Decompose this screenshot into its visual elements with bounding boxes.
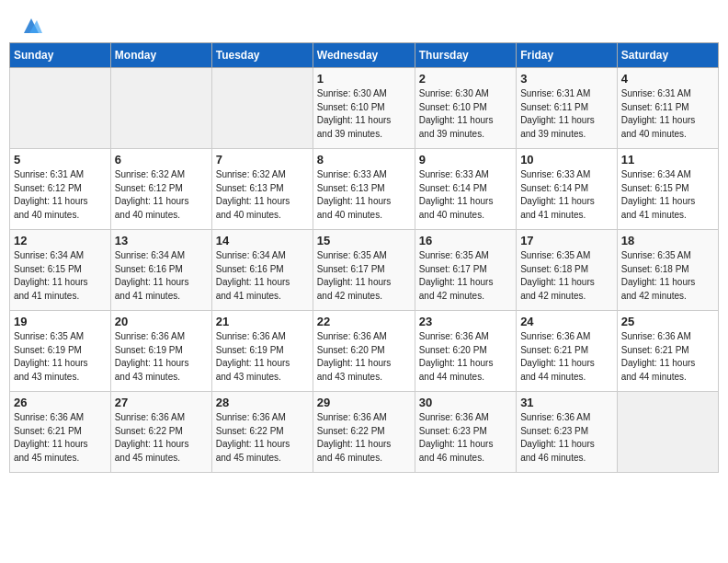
- day-number: 9: [419, 153, 512, 167]
- day-number: 25: [621, 315, 714, 328]
- calendar-cell: 30Sunrise: 6:36 AM Sunset: 6:23 PM Dayli…: [415, 392, 516, 473]
- calendar-cell: 21Sunrise: 6:36 AM Sunset: 6:19 PM Dayli…: [211, 311, 313, 392]
- week-row-4: 19Sunrise: 6:35 AM Sunset: 6:19 PM Dayli…: [10, 311, 719, 392]
- calendar-cell: 26Sunrise: 6:36 AM Sunset: 6:21 PM Dayli…: [10, 392, 111, 473]
- calendar-table: SundayMondayTuesdayWednesdayThursdayFrid…: [9, 42, 719, 473]
- day-detail: Sunrise: 6:36 AM Sunset: 6:22 PM Dayligh…: [216, 411, 309, 465]
- day-number: 2: [419, 72, 512, 86]
- day-detail: Sunrise: 6:35 AM Sunset: 6:17 PM Dayligh…: [317, 249, 411, 303]
- weekday-header-tuesday: Tuesday: [211, 43, 313, 68]
- day-number: 29: [317, 396, 411, 409]
- weekday-header-monday: Monday: [110, 43, 211, 68]
- calendar-cell: 15Sunrise: 6:35 AM Sunset: 6:17 PM Dayli…: [313, 230, 415, 311]
- day-number: 13: [115, 234, 208, 247]
- day-number: 7: [216, 153, 309, 167]
- day-detail: Sunrise: 6:36 AM Sunset: 6:23 PM Dayligh…: [419, 411, 512, 465]
- day-detail: Sunrise: 6:31 AM Sunset: 6:11 PM Dayligh…: [520, 87, 613, 141]
- calendar-cell: 19Sunrise: 6:35 AM Sunset: 6:19 PM Dayli…: [10, 311, 111, 392]
- day-detail: Sunrise: 6:30 AM Sunset: 6:10 PM Dayligh…: [317, 87, 411, 141]
- day-detail: Sunrise: 6:35 AM Sunset: 6:18 PM Dayligh…: [520, 249, 613, 303]
- calendar-cell: 23Sunrise: 6:36 AM Sunset: 6:20 PM Dayli…: [415, 311, 516, 392]
- calendar-cell: 28Sunrise: 6:36 AM Sunset: 6:22 PM Dayli…: [211, 392, 313, 473]
- weekday-header-thursday: Thursday: [415, 43, 516, 68]
- weekday-header-saturday: Saturday: [617, 43, 718, 68]
- week-row-5: 26Sunrise: 6:36 AM Sunset: 6:21 PM Dayli…: [10, 392, 719, 473]
- calendar-cell: 29Sunrise: 6:36 AM Sunset: 6:22 PM Dayli…: [313, 392, 415, 473]
- day-detail: Sunrise: 6:33 AM Sunset: 6:14 PM Dayligh…: [520, 168, 613, 222]
- day-number: 16: [419, 234, 512, 247]
- day-number: 14: [216, 234, 309, 247]
- day-detail: Sunrise: 6:36 AM Sunset: 6:22 PM Dayligh…: [317, 411, 411, 465]
- day-detail: Sunrise: 6:31 AM Sunset: 6:12 PM Dayligh…: [14, 168, 107, 222]
- calendar-cell: 7Sunrise: 6:32 AM Sunset: 6:13 PM Daylig…: [211, 149, 313, 230]
- day-detail: Sunrise: 6:35 AM Sunset: 6:19 PM Dayligh…: [14, 330, 107, 384]
- day-number: 28: [216, 396, 309, 409]
- calendar-cell: 6Sunrise: 6:32 AM Sunset: 6:12 PM Daylig…: [110, 149, 211, 230]
- calendar-cell: 24Sunrise: 6:36 AM Sunset: 6:21 PM Dayli…: [517, 311, 618, 392]
- calendar-cell: [10, 68, 111, 149]
- day-number: 12: [14, 234, 107, 247]
- day-detail: Sunrise: 6:31 AM Sunset: 6:11 PM Dayligh…: [621, 87, 714, 141]
- calendar-cell: 8Sunrise: 6:33 AM Sunset: 6:13 PM Daylig…: [313, 149, 415, 230]
- day-detail: Sunrise: 6:36 AM Sunset: 6:21 PM Dayligh…: [621, 330, 714, 384]
- day-detail: Sunrise: 6:32 AM Sunset: 6:12 PM Dayligh…: [115, 168, 208, 222]
- day-detail: Sunrise: 6:34 AM Sunset: 6:16 PM Dayligh…: [216, 249, 309, 303]
- calendar-cell: 13Sunrise: 6:34 AM Sunset: 6:16 PM Dayli…: [110, 230, 211, 311]
- day-detail: Sunrise: 6:35 AM Sunset: 6:17 PM Dayligh…: [419, 249, 512, 303]
- day-number: 17: [520, 234, 613, 247]
- day-number: 23: [419, 315, 512, 328]
- weekday-header-row: SundayMondayTuesdayWednesdayThursdayFrid…: [10, 43, 719, 68]
- week-row-2: 5Sunrise: 6:31 AM Sunset: 6:12 PM Daylig…: [10, 149, 719, 230]
- day-detail: Sunrise: 6:36 AM Sunset: 6:20 PM Dayligh…: [419, 330, 512, 384]
- calendar-cell: 5Sunrise: 6:31 AM Sunset: 6:12 PM Daylig…: [10, 149, 111, 230]
- day-detail: Sunrise: 6:34 AM Sunset: 6:16 PM Dayligh…: [115, 249, 208, 303]
- week-row-1: 1Sunrise: 6:30 AM Sunset: 6:10 PM Daylig…: [10, 68, 719, 149]
- weekday-header-wednesday: Wednesday: [313, 43, 415, 68]
- calendar-cell: 20Sunrise: 6:36 AM Sunset: 6:19 PM Dayli…: [110, 311, 211, 392]
- calendar-cell: 18Sunrise: 6:35 AM Sunset: 6:18 PM Dayli…: [617, 230, 718, 311]
- day-number: 24: [520, 315, 613, 328]
- calendar-cell: 17Sunrise: 6:35 AM Sunset: 6:18 PM Dayli…: [517, 230, 618, 311]
- day-detail: Sunrise: 6:36 AM Sunset: 6:19 PM Dayligh…: [216, 330, 309, 384]
- calendar-cell: 12Sunrise: 6:34 AM Sunset: 6:15 PM Dayli…: [10, 230, 111, 311]
- day-detail: Sunrise: 6:34 AM Sunset: 6:15 PM Dayligh…: [14, 249, 107, 303]
- calendar-cell: 16Sunrise: 6:35 AM Sunset: 6:17 PM Dayli…: [415, 230, 516, 311]
- day-number: 3: [520, 72, 613, 86]
- calendar-cell: 10Sunrise: 6:33 AM Sunset: 6:14 PM Dayli…: [517, 149, 618, 230]
- day-detail: Sunrise: 6:36 AM Sunset: 6:22 PM Dayligh…: [115, 411, 208, 465]
- day-number: 20: [115, 315, 208, 328]
- calendar-cell: [110, 68, 211, 149]
- day-number: 15: [317, 234, 411, 247]
- day-detail: Sunrise: 6:33 AM Sunset: 6:14 PM Dayligh…: [419, 168, 512, 222]
- day-number: 19: [14, 315, 107, 328]
- weekday-header-friday: Friday: [517, 43, 618, 68]
- calendar-cell: 14Sunrise: 6:34 AM Sunset: 6:16 PM Dayli…: [211, 230, 313, 311]
- day-number: 21: [216, 315, 309, 328]
- calendar-cell: 11Sunrise: 6:34 AM Sunset: 6:15 PM Dayli…: [617, 149, 718, 230]
- day-number: 26: [14, 396, 107, 409]
- day-number: 4: [621, 72, 714, 86]
- calendar-cell: [617, 392, 718, 473]
- calendar-cell: 4Sunrise: 6:31 AM Sunset: 6:11 PM Daylig…: [617, 68, 718, 149]
- day-detail: Sunrise: 6:36 AM Sunset: 6:21 PM Dayligh…: [14, 411, 107, 465]
- day-detail: Sunrise: 6:34 AM Sunset: 6:15 PM Dayligh…: [621, 168, 714, 222]
- day-detail: Sunrise: 6:30 AM Sunset: 6:10 PM Dayligh…: [419, 87, 512, 141]
- calendar-cell: 22Sunrise: 6:36 AM Sunset: 6:20 PM Dayli…: [313, 311, 415, 392]
- day-detail: Sunrise: 6:35 AM Sunset: 6:18 PM Dayligh…: [621, 249, 714, 303]
- calendar-cell: 25Sunrise: 6:36 AM Sunset: 6:21 PM Dayli…: [617, 311, 718, 392]
- day-detail: Sunrise: 6:36 AM Sunset: 6:19 PM Dayligh…: [115, 330, 208, 384]
- day-number: 30: [419, 396, 512, 409]
- calendar-cell: 9Sunrise: 6:33 AM Sunset: 6:14 PM Daylig…: [415, 149, 516, 230]
- weekday-header-sunday: Sunday: [10, 43, 111, 68]
- day-number: 11: [621, 153, 714, 167]
- calendar-cell: 27Sunrise: 6:36 AM Sunset: 6:22 PM Dayli…: [110, 392, 211, 473]
- logo-icon: [20, 17, 42, 35]
- day-number: 31: [520, 396, 613, 409]
- day-number: 22: [317, 315, 411, 328]
- day-detail: Sunrise: 6:36 AM Sunset: 6:21 PM Dayligh…: [520, 330, 613, 384]
- calendar-cell: 1Sunrise: 6:30 AM Sunset: 6:10 PM Daylig…: [313, 68, 415, 149]
- day-number: 8: [317, 153, 411, 167]
- calendar-cell: [211, 68, 313, 149]
- day-detail: Sunrise: 6:32 AM Sunset: 6:13 PM Dayligh…: [216, 168, 309, 222]
- calendar-cell: 31Sunrise: 6:36 AM Sunset: 6:23 PM Dayli…: [517, 392, 618, 473]
